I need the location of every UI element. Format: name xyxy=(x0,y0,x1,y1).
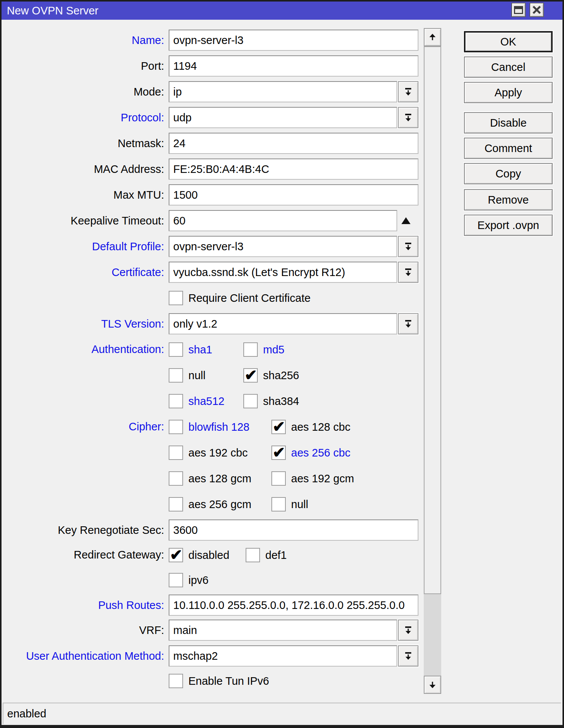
protocol-dropdown-button[interactable] xyxy=(398,107,418,128)
dropdown-icon xyxy=(404,113,413,122)
cipher-aes128cbc-label[interactable]: aes 128 cbc xyxy=(291,420,350,434)
disable-button[interactable]: Disable xyxy=(464,112,553,133)
export-ovpn-button[interactable]: Export .ovpn xyxy=(464,215,553,236)
auth-sha1-checkbox[interactable] xyxy=(169,342,183,357)
apply-button[interactable]: Apply xyxy=(464,82,553,103)
auth-sha384-checkbox[interactable] xyxy=(243,394,258,408)
scroll-up-icon xyxy=(428,33,437,42)
auth-null-label[interactable]: null xyxy=(188,368,205,383)
user-auth-method-dropdown-button[interactable] xyxy=(398,645,418,667)
scroll-down-icon xyxy=(428,680,437,689)
redirect-ipv6-checkbox[interactable] xyxy=(169,573,183,587)
comment-button[interactable]: Comment xyxy=(464,138,553,159)
maximize-icon xyxy=(514,6,523,14)
require-client-certificate-label[interactable]: Require Client Certificate xyxy=(188,291,310,305)
redirect-gateway-label: Redirect Gateway: xyxy=(3,548,164,562)
auth-sha512-checkbox[interactable] xyxy=(169,394,183,408)
push-routes-label: Push Routes: xyxy=(3,598,164,612)
auth-md5-label[interactable]: md5 xyxy=(263,342,284,357)
scrollbar-down-button[interactable] xyxy=(424,676,441,694)
cipher-aes128gcm-label[interactable]: aes 128 gcm xyxy=(188,471,251,486)
cipher-aes192cbc-label[interactable]: aes 192 cbc xyxy=(188,446,248,460)
vrf-dropdown-button[interactable] xyxy=(398,620,418,641)
key-renegotiate-sec-label: Key Renegotiate Sec: xyxy=(3,523,164,537)
ok-button[interactable]: OK xyxy=(464,31,553,52)
cipher-aes192gcm-label[interactable]: aes 192 gcm xyxy=(291,471,354,486)
certificate-input[interactable] xyxy=(169,262,397,283)
vrf-label: VRF: xyxy=(3,623,164,637)
auth-sha1-label[interactable]: sha1 xyxy=(188,342,212,357)
cipher-aes256cbc-label[interactable]: aes 256 cbc xyxy=(291,446,350,460)
default-profile-dropdown-button[interactable] xyxy=(398,236,418,257)
vrf-input[interactable] xyxy=(169,620,397,641)
scrollbar-up-button[interactable] xyxy=(424,28,441,46)
user-auth-method-label: User Authentication Method: xyxy=(3,649,164,663)
max-mtu-label: Max MTU: xyxy=(3,188,164,202)
cipher-aes192cbc-checkbox[interactable] xyxy=(169,446,183,460)
user-auth-method-input[interactable] xyxy=(169,645,397,667)
port-input[interactable] xyxy=(169,55,418,77)
status-bar: enabled xyxy=(3,703,561,725)
close-icon xyxy=(532,5,541,14)
dropdown-icon xyxy=(404,242,413,251)
keepalive-timeout-input[interactable] xyxy=(169,210,397,231)
name-input[interactable] xyxy=(169,30,418,51)
tls-version-label: TLS Version: xyxy=(3,317,164,331)
dropdown-icon xyxy=(404,319,413,329)
keepalive-timeout-label: Keepalive Timeout: xyxy=(3,214,164,228)
auth-sha256-checkbox[interactable] xyxy=(243,368,258,383)
cipher-aes128cbc-checkbox[interactable] xyxy=(271,420,286,434)
default-profile-input[interactable] xyxy=(169,236,397,257)
require-client-certificate-checkbox[interactable] xyxy=(169,291,183,305)
copy-button[interactable]: Copy xyxy=(464,163,553,184)
maximize-button[interactable] xyxy=(511,3,526,17)
mode-dropdown-button[interactable] xyxy=(398,81,418,102)
netmask-input[interactable] xyxy=(169,133,418,154)
dropdown-icon xyxy=(404,651,413,661)
max-mtu-input[interactable] xyxy=(169,184,418,206)
close-button[interactable] xyxy=(530,3,544,17)
dropdown-icon xyxy=(404,87,413,97)
auth-sha512-label[interactable]: sha512 xyxy=(188,394,224,408)
window-title: New OVPN Server xyxy=(2,5,99,17)
enable-tun-ipv6-label[interactable]: Enable Tun IPv6 xyxy=(188,674,269,688)
push-routes-input[interactable] xyxy=(169,595,418,616)
auth-md5-checkbox[interactable] xyxy=(243,342,258,357)
mode-label: Mode: xyxy=(3,85,164,99)
cipher-aes192gcm-checkbox[interactable] xyxy=(271,471,286,486)
auth-null-checkbox[interactable] xyxy=(169,368,183,383)
cipher-null-checkbox[interactable] xyxy=(271,497,286,511)
cipher-blowfish128-checkbox[interactable] xyxy=(169,420,183,434)
cipher-aes256gcm-label[interactable]: aes 256 gcm xyxy=(188,497,251,511)
new-ovpn-server-dialog: New OVPN Server Name: Port: Mode: Protoc… xyxy=(0,0,564,728)
cancel-button[interactable]: Cancel xyxy=(464,56,553,78)
certificate-dropdown-button[interactable] xyxy=(398,262,418,283)
redirect-def1-label[interactable]: def1 xyxy=(265,548,287,562)
cipher-blowfish128-label[interactable]: blowfish 128 xyxy=(188,420,249,434)
protocol-input[interactable] xyxy=(169,107,397,128)
enable-tun-ipv6-checkbox[interactable] xyxy=(169,674,183,688)
dropdown-icon xyxy=(404,625,413,635)
redirect-disabled-label[interactable]: disabled xyxy=(188,548,229,562)
tls-version-input[interactable] xyxy=(169,313,397,334)
mac-address-input[interactable] xyxy=(169,158,418,180)
protocol-label: Protocol: xyxy=(3,111,164,124)
remove-button[interactable]: Remove xyxy=(464,189,553,210)
netmask-label: Netmask: xyxy=(3,136,164,150)
certificate-label: Certificate: xyxy=(3,265,164,279)
titlebar[interactable]: New OVPN Server xyxy=(2,2,562,20)
redirect-def1-checkbox[interactable] xyxy=(246,548,260,562)
redirect-disabled-checkbox[interactable] xyxy=(169,548,183,562)
cipher-aes256cbc-checkbox[interactable] xyxy=(271,446,286,460)
auth-sha256-label[interactable]: sha256 xyxy=(263,368,299,383)
key-renegotiate-sec-input[interactable] xyxy=(169,519,418,541)
auth-sha384-label[interactable]: sha384 xyxy=(263,394,299,408)
scrollbar-thumb[interactable] xyxy=(424,46,441,594)
cipher-null-label[interactable]: null xyxy=(291,497,308,511)
cipher-aes128gcm-checkbox[interactable] xyxy=(169,471,183,486)
keepalive-spinner-up-button[interactable] xyxy=(400,216,412,226)
tls-version-dropdown-button[interactable] xyxy=(398,313,418,334)
redirect-ipv6-label[interactable]: ipv6 xyxy=(188,573,208,587)
cipher-aes256gcm-checkbox[interactable] xyxy=(169,497,183,511)
mode-input[interactable] xyxy=(169,81,397,102)
